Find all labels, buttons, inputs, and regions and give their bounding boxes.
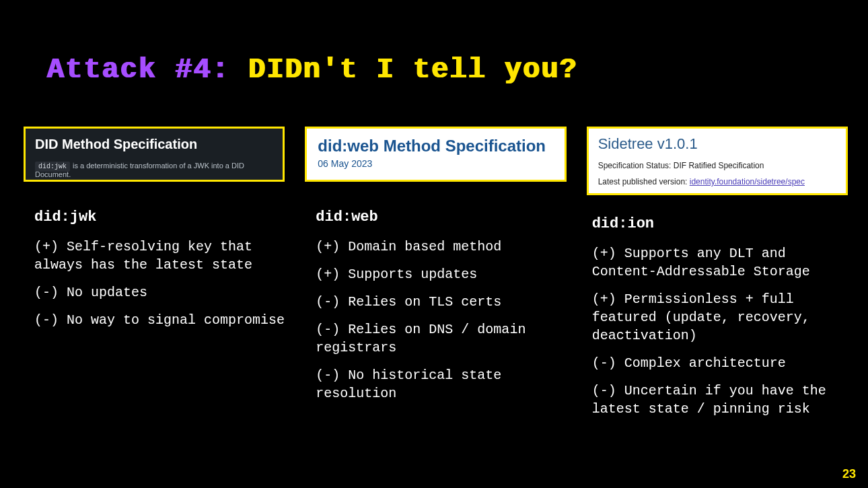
bullet-item: (+) Supports updates xyxy=(305,265,566,283)
bullet-item: (-) No updates xyxy=(24,283,285,302)
method-name-ion: did:ion xyxy=(587,215,848,232)
bullet-item: (-) No historical state resolution xyxy=(305,366,566,403)
spec-card-sidetree: Sidetree v1.0.1 Specification Status: DI… xyxy=(587,127,848,195)
spec-card-title: DID Method Specification xyxy=(35,137,273,152)
spec-latest-label: Latest published version: xyxy=(598,177,690,186)
spec-latest-line: Latest published version: identity.found… xyxy=(598,177,836,186)
column-did-ion: Sidetree v1.0.1 Specification Status: DI… xyxy=(587,127,848,427)
spec-status: Specification Status: DIF Ratified Speci… xyxy=(598,161,836,170)
title-rest: DIDn't I tell you? xyxy=(230,54,578,86)
content-columns: DID Method Specification did:jwkis a det… xyxy=(0,86,868,427)
bullet-item: (-) Complex architecture xyxy=(587,354,848,372)
bullet-item: (-) Relies on TLS certs xyxy=(305,293,566,311)
title-prefix: Attack #4: xyxy=(47,54,230,86)
method-name-jwk: did:jwk xyxy=(24,209,285,225)
spec-card-did-web: did:web Method Specification 06 May 2023 xyxy=(305,127,566,182)
bullet-item: (-) Uncertain if you have the latest sta… xyxy=(587,382,848,418)
column-did-jwk: DID Method Specification did:jwkis a det… xyxy=(24,127,285,427)
bullet-item: (+) Self-resolving key that always has t… xyxy=(24,238,285,274)
page-number: 23 xyxy=(842,467,856,481)
spec-card-did-jwk: DID Method Specification did:jwkis a det… xyxy=(24,127,285,182)
bullet-item: (-) Relies on DNS / domain registrars xyxy=(305,320,566,357)
bullet-item: (+) Supports any DLT and Content-Address… xyxy=(587,244,848,281)
spec-card-title: Sidetree v1.0.1 xyxy=(598,135,836,153)
slide-title: Attack #4: DIDn't I tell you? xyxy=(0,0,868,86)
spec-card-date: 06 May 2023 xyxy=(318,158,553,169)
bullet-item: (+) Domain based method xyxy=(305,238,566,256)
spec-card-title: did:web Method Specification xyxy=(318,137,553,155)
bullet-item: (-) No way to signal compromise xyxy=(24,311,285,329)
spec-latest-link[interactable]: identity.foundation/sidetree/spec xyxy=(690,177,805,186)
bullet-item: (+) Permissionless + full featured (upda… xyxy=(587,290,848,345)
method-name-web: did:web xyxy=(305,209,566,225)
spec-card-subtitle: did:jwkis a deterministic transformation… xyxy=(35,162,273,178)
column-did-web: did:web Method Specification 06 May 2023… xyxy=(305,127,566,427)
